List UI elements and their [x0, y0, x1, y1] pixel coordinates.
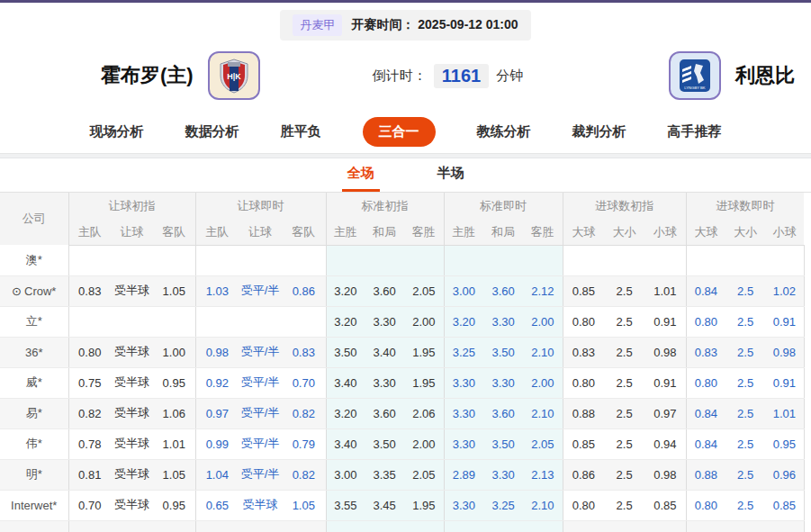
- filler: [804, 306, 811, 337]
- odds-cell: [563, 520, 604, 532]
- odds-cell: 2.5: [604, 398, 644, 428]
- odds-cell: 0.70: [282, 367, 326, 398]
- odds-cell: 0.75: [68, 367, 111, 398]
- odds-cell: 3.20: [326, 275, 365, 306]
- odds-cell: 0.94: [644, 428, 686, 459]
- nav-tab[interactable]: 高手推荐: [668, 117, 722, 147]
- odds-cell: 2.5: [725, 490, 765, 520]
- odds-cell: 3.40: [326, 367, 365, 398]
- odds-cell: [686, 245, 725, 275]
- odds-cell: [404, 520, 444, 532]
- odds-cell: [365, 245, 404, 275]
- nav-tab[interactable]: 胜平负: [281, 117, 321, 147]
- filler: [804, 459, 811, 490]
- odds-cell: 0.80: [563, 306, 604, 337]
- odds-cell: 0.80: [686, 306, 725, 337]
- column-subheader: 客胜: [523, 220, 563, 245]
- nav-tab[interactable]: 三合一: [363, 117, 436, 147]
- odds-cell: [404, 245, 444, 275]
- company-cell: 明*: [0, 459, 68, 490]
- table-row: 立*3.203.302.003.203.302.000.802.50.910.8…: [0, 306, 811, 337]
- odds-cell: [365, 520, 404, 532]
- odds-cell: 0.86: [282, 275, 326, 306]
- column-subheader: 让球: [239, 220, 282, 245]
- nav-tab[interactable]: 教练分析: [477, 117, 531, 147]
- kickoff-time: 开赛时间： 2025-09-12 01:00: [351, 17, 518, 33]
- odds-cell: 受半球: [239, 490, 282, 520]
- filler: [804, 193, 811, 245]
- odds-table-head: 公司让球初指让球即时标准初指标准即时进球数初指进球数即时主队让球客队主队让球客队…: [0, 193, 811, 245]
- odds-cell: 2.5: [604, 490, 644, 520]
- company-cell: 立*: [0, 306, 68, 337]
- odds-table-body: 澳*⊙Crow*0.83受半球1.051.03受平/半0.863.203.602…: [0, 245, 811, 532]
- filler: [804, 428, 811, 459]
- odds-cell: 0.80: [686, 367, 725, 398]
- odds-cell: [153, 520, 195, 532]
- odds-cell: [153, 306, 195, 337]
- column-subheader: 客队: [282, 220, 326, 245]
- odds-cell: 3.00: [444, 275, 483, 306]
- company-cell: ⊙Crow*: [0, 275, 68, 306]
- odds-cell: 3.55: [326, 490, 365, 520]
- ball-icon: ⊙: [12, 284, 22, 298]
- odds-cell: 0.78: [68, 428, 111, 459]
- nav-tab[interactable]: 裁判分析: [572, 117, 626, 147]
- odds-cell: 3.50: [326, 337, 365, 367]
- odds-cell: [644, 520, 686, 532]
- company-cell: 36*: [0, 337, 68, 367]
- nav-tab[interactable]: 数据分析: [185, 117, 239, 147]
- table-row: ⊙Crow*0.83受半球1.051.03受平/半0.863.203.602.0…: [0, 275, 811, 306]
- odds-cell: [604, 245, 644, 275]
- filler: [804, 245, 811, 275]
- page: 丹麦甲 开赛时间： 2025-09-12 01:00 霍布罗(主) H|K 倒计…: [0, 0, 811, 532]
- odds-cell: 1.05: [282, 490, 326, 520]
- odds-cell: 3.30: [483, 306, 523, 337]
- odds-cell: [68, 306, 111, 337]
- filler: [804, 398, 811, 428]
- odds-cell: 2.5: [604, 428, 644, 459]
- odds-cell: 3.35: [365, 459, 404, 490]
- odds-cell: 3.00: [326, 459, 365, 490]
- odds-cell: 2.06: [404, 398, 444, 428]
- column-subheader: 小球: [765, 220, 804, 245]
- column-subheader: 大小: [725, 220, 765, 245]
- match-info-bar: 丹麦甲 开赛时间： 2025-09-12 01:00: [280, 10, 530, 41]
- odds-table: 公司让球初指让球即时标准初指标准即时进球数初指进球数即时主队让球客队主队让球客队…: [0, 193, 811, 532]
- odds-cell: 受平/半: [239, 398, 282, 428]
- company-cell: Interwet*: [0, 490, 68, 520]
- odds-cell: [326, 520, 365, 532]
- league-badge[interactable]: 丹麦甲: [293, 14, 342, 36]
- subtab[interactable]: 半场: [432, 159, 470, 192]
- odds-cell: 0.88: [686, 459, 725, 490]
- column-subheader: 客队: [153, 220, 195, 245]
- odds-cell: [444, 520, 483, 532]
- odds-cell: 0.79: [282, 428, 326, 459]
- odds-cell: 2.00: [523, 367, 563, 398]
- subtab[interactable]: 全场: [342, 159, 380, 192]
- odds-cell: 0.95: [153, 367, 195, 398]
- odds-cell: 3.45: [365, 490, 404, 520]
- odds-cell: 0.95: [153, 490, 195, 520]
- svg-text:LYNGBY BK: LYNGBY BK: [684, 86, 706, 90]
- odds-cell: 2.5: [604, 337, 644, 367]
- odds-cell: 3.50: [365, 428, 404, 459]
- odds-cell: 3.20: [444, 306, 483, 337]
- company-cell: 澳*: [0, 245, 68, 275]
- odds-cell: 1.06: [153, 398, 195, 428]
- home-team: 霍布罗(主) H|K: [101, 51, 373, 100]
- odds-cell: 2.10: [523, 490, 563, 520]
- top-accent-line: [0, 0, 811, 3]
- odds-cell: 1.95: [404, 490, 444, 520]
- odds-cell: 3.60: [483, 398, 523, 428]
- nav-tab[interactable]: 现场分析: [90, 117, 144, 147]
- odds-cell: 0.97: [195, 398, 239, 428]
- odds-cell: 0.84: [686, 275, 725, 306]
- odds-cell: 3.40: [365, 337, 404, 367]
- odds-cell: 2.12: [523, 275, 563, 306]
- kickoff-label: 开赛时间：: [351, 17, 414, 32]
- odds-cell: 0.82: [282, 459, 326, 490]
- odds-cell: 1.05: [153, 459, 195, 490]
- odds-cell: 2.5: [604, 275, 644, 306]
- odds-cell: 2.00: [404, 428, 444, 459]
- odds-cell: [68, 520, 111, 532]
